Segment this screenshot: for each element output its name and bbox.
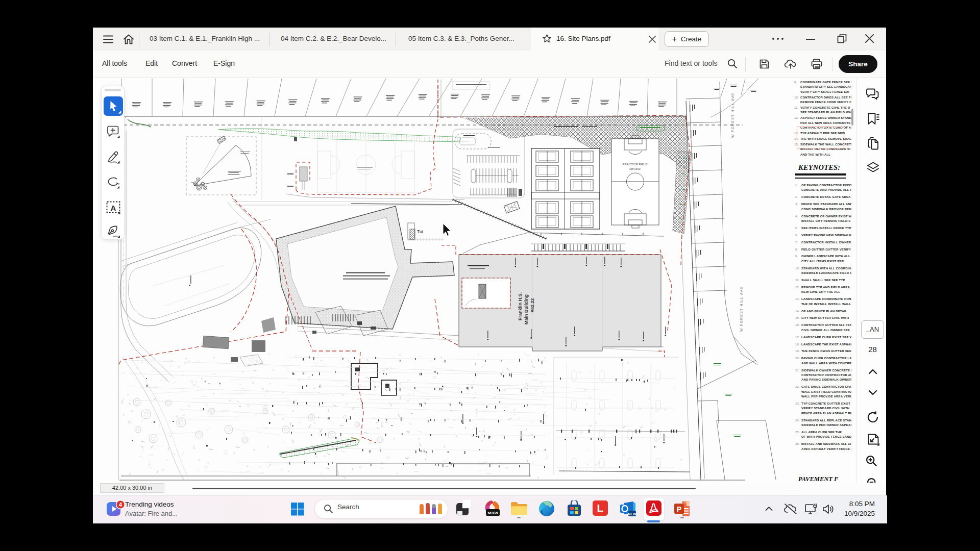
svg-text:A: A <box>111 204 116 212</box>
svg-text:Franklin H.S.: Franklin H.S. <box>518 292 523 320</box>
svg-text:165'x300': 165'x300' <box>629 167 641 170</box>
svg-text:4: 4 <box>119 502 122 508</box>
svg-text:Main Building: Main Building <box>524 294 529 324</box>
svg-text:NEW: NEW <box>628 512 636 516</box>
svg-text:W FOREST HILL AVE: W FOREST HILL AVE <box>740 286 743 332</box>
svg-text:PRACTICE FIELD: PRACTICE FIELD <box>622 163 648 166</box>
svg-text:W FOREST HILL AVE: W FOREST HILL AVE <box>731 92 734 138</box>
svg-text:Tur: Tur <box>417 229 424 234</box>
svg-text:#82.22: #82.22 <box>530 298 535 312</box>
svg-text:P: P <box>677 505 681 513</box>
svg-text:M365: M365 <box>487 511 498 515</box>
